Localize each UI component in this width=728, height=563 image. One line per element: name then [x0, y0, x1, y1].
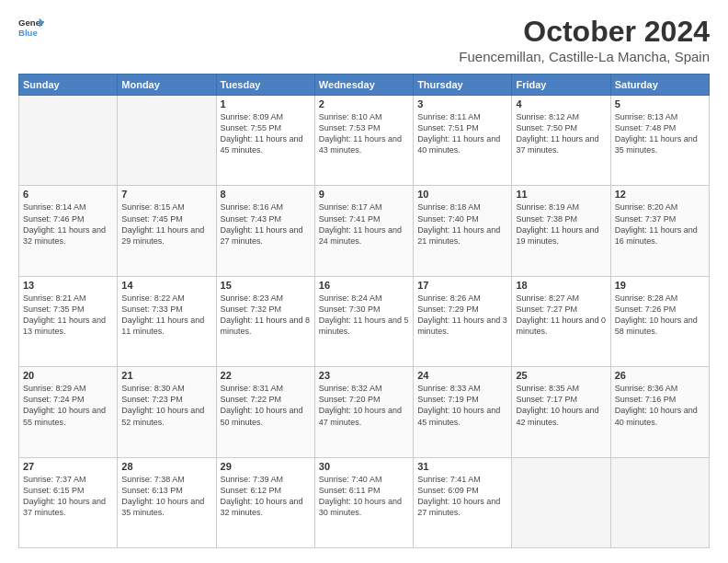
day-number: 3	[417, 98, 507, 109]
day-number: 26	[615, 370, 705, 381]
day-number: 19	[615, 280, 705, 291]
day-info: Sunrise: 8:27 AM Sunset: 7:27 PM Dayligh…	[516, 293, 606, 338]
day-number: 16	[319, 280, 409, 291]
day-info: Sunrise: 8:28 AM Sunset: 7:26 PM Dayligh…	[615, 293, 705, 338]
day-info: Sunrise: 8:17 AM Sunset: 7:41 PM Dayligh…	[319, 201, 409, 247]
day-info: Sunrise: 8:15 AM Sunset: 7:45 PM Dayligh…	[121, 201, 211, 247]
day-info: Sunrise: 8:10 AM Sunset: 7:53 PM Dayligh…	[319, 111, 409, 156]
day-info: Sunrise: 8:30 AM Sunset: 7:23 PM Dayligh…	[121, 383, 211, 428]
day-number: 9	[319, 189, 409, 200]
day-number: 18	[516, 280, 606, 291]
calendar-table: Sunday Monday Tuesday Wednesday Thursday…	[18, 74, 710, 548]
calendar-cell: 6Sunrise: 8:14 AM Sunset: 7:46 PM Daylig…	[19, 186, 118, 276]
col-friday: Friday	[512, 75, 610, 96]
calendar-cell	[512, 457, 610, 547]
day-info: Sunrise: 8:14 AM Sunset: 7:46 PM Dayligh…	[23, 201, 113, 247]
calendar-cell: 26Sunrise: 8:36 AM Sunset: 7:16 PM Dayli…	[610, 367, 709, 457]
calendar-cell	[19, 96, 118, 186]
day-info: Sunrise: 8:32 AM Sunset: 7:20 PM Dayligh…	[319, 383, 409, 428]
calendar-cell: 29Sunrise: 7:39 AM Sunset: 6:12 PM Dayli…	[216, 457, 314, 547]
col-saturday: Saturday	[610, 75, 709, 96]
calendar-cell	[610, 457, 709, 547]
calendar-cell: 14Sunrise: 8:22 AM Sunset: 7:33 PM Dayli…	[118, 276, 216, 366]
month-title: October 2024	[459, 15, 710, 49]
week-row-1: 1Sunrise: 8:09 AM Sunset: 7:55 PM Daylig…	[19, 96, 710, 186]
day-number: 8	[221, 189, 311, 200]
day-number: 29	[221, 461, 311, 472]
calendar-cell: 12Sunrise: 8:20 AM Sunset: 7:37 PM Dayli…	[610, 186, 709, 276]
day-number: 25	[516, 370, 606, 381]
day-number: 5	[615, 98, 705, 109]
day-info: Sunrise: 8:16 AM Sunset: 7:43 PM Dayligh…	[221, 201, 311, 247]
day-info: Sunrise: 8:26 AM Sunset: 7:29 PM Dayligh…	[417, 293, 507, 338]
col-thursday: Thursday	[414, 75, 512, 96]
week-row-5: 27Sunrise: 7:37 AM Sunset: 6:15 PM Dayli…	[19, 457, 710, 547]
day-number: 27	[23, 461, 113, 472]
calendar-cell: 30Sunrise: 7:40 AM Sunset: 6:11 PM Dayli…	[314, 457, 413, 547]
calendar-cell: 19Sunrise: 8:28 AM Sunset: 7:26 PM Dayli…	[610, 276, 709, 366]
day-number: 21	[121, 370, 211, 381]
day-info: Sunrise: 7:37 AM Sunset: 6:15 PM Dayligh…	[23, 474, 113, 519]
day-info: Sunrise: 8:23 AM Sunset: 7:32 PM Dayligh…	[221, 293, 311, 338]
week-row-4: 20Sunrise: 8:29 AM Sunset: 7:24 PM Dayli…	[19, 367, 710, 457]
logo: General Blue	[18, 15, 44, 40]
calendar-cell: 13Sunrise: 8:21 AM Sunset: 7:35 PM Dayli…	[19, 276, 118, 366]
day-number: 23	[319, 370, 409, 381]
week-row-2: 6Sunrise: 8:14 AM Sunset: 7:46 PM Daylig…	[19, 186, 710, 276]
day-number: 13	[23, 280, 113, 291]
calendar-cell: 21Sunrise: 8:30 AM Sunset: 7:23 PM Dayli…	[118, 367, 216, 457]
calendar-cell: 31Sunrise: 7:41 AM Sunset: 6:09 PM Dayli…	[414, 457, 512, 547]
day-info: Sunrise: 8:12 AM Sunset: 7:50 PM Dayligh…	[516, 111, 606, 156]
calendar-cell: 8Sunrise: 8:16 AM Sunset: 7:43 PM Daylig…	[216, 186, 314, 276]
day-info: Sunrise: 7:38 AM Sunset: 6:13 PM Dayligh…	[121, 474, 211, 519]
calendar-cell: 27Sunrise: 7:37 AM Sunset: 6:15 PM Dayli…	[19, 457, 118, 547]
calendar-cell: 24Sunrise: 8:33 AM Sunset: 7:19 PM Dayli…	[414, 367, 512, 457]
day-info: Sunrise: 8:21 AM Sunset: 7:35 PM Dayligh…	[23, 293, 113, 338]
day-number: 12	[615, 189, 705, 200]
day-number: 28	[121, 461, 211, 472]
day-number: 10	[417, 189, 507, 200]
week-row-3: 13Sunrise: 8:21 AM Sunset: 7:35 PM Dayli…	[19, 276, 710, 366]
calendar-cell: 18Sunrise: 8:27 AM Sunset: 7:27 PM Dayli…	[512, 276, 610, 366]
day-info: Sunrise: 8:24 AM Sunset: 7:30 PM Dayligh…	[319, 293, 409, 338]
day-info: Sunrise: 7:39 AM Sunset: 6:12 PM Dayligh…	[221, 474, 311, 519]
col-wednesday: Wednesday	[314, 75, 413, 96]
day-info: Sunrise: 7:41 AM Sunset: 6:09 PM Dayligh…	[417, 474, 507, 519]
day-number: 17	[417, 280, 507, 291]
day-info: Sunrise: 8:19 AM Sunset: 7:38 PM Dayligh…	[516, 201, 606, 247]
col-tuesday: Tuesday	[216, 75, 314, 96]
day-info: Sunrise: 8:33 AM Sunset: 7:19 PM Dayligh…	[417, 383, 507, 428]
calendar-cell: 11Sunrise: 8:19 AM Sunset: 7:38 PM Dayli…	[512, 186, 610, 276]
day-number: 30	[319, 461, 409, 472]
calendar-cell: 3Sunrise: 8:11 AM Sunset: 7:51 PM Daylig…	[414, 96, 512, 186]
day-number: 11	[516, 189, 606, 200]
calendar-cell: 2Sunrise: 8:10 AM Sunset: 7:53 PM Daylig…	[314, 96, 413, 186]
day-info: Sunrise: 7:40 AM Sunset: 6:11 PM Dayligh…	[319, 474, 409, 519]
calendar-header-row: Sunday Monday Tuesday Wednesday Thursday…	[19, 75, 710, 96]
calendar-cell: 15Sunrise: 8:23 AM Sunset: 7:32 PM Dayli…	[216, 276, 314, 366]
day-info: Sunrise: 8:35 AM Sunset: 7:17 PM Dayligh…	[516, 383, 606, 428]
day-info: Sunrise: 8:31 AM Sunset: 7:22 PM Dayligh…	[221, 383, 311, 428]
logo-icon: General Blue	[18, 15, 44, 40]
day-info: Sunrise: 8:29 AM Sunset: 7:24 PM Dayligh…	[23, 383, 113, 428]
day-number: 4	[516, 98, 606, 109]
location-title: Fuencemillan, Castille-La Mancha, Spain	[459, 49, 710, 64]
day-info: Sunrise: 8:36 AM Sunset: 7:16 PM Dayligh…	[615, 383, 705, 428]
day-info: Sunrise: 8:20 AM Sunset: 7:37 PM Dayligh…	[615, 201, 705, 247]
calendar-cell: 23Sunrise: 8:32 AM Sunset: 7:20 PM Dayli…	[314, 367, 413, 457]
title-block: October 2024 Fuencemillan, Castille-La M…	[459, 15, 710, 64]
calendar-cell: 20Sunrise: 8:29 AM Sunset: 7:24 PM Dayli…	[19, 367, 118, 457]
day-info: Sunrise: 8:13 AM Sunset: 7:48 PM Dayligh…	[615, 111, 705, 156]
calendar-cell: 7Sunrise: 8:15 AM Sunset: 7:45 PM Daylig…	[118, 186, 216, 276]
day-number: 31	[417, 461, 507, 472]
day-info: Sunrise: 8:18 AM Sunset: 7:40 PM Dayligh…	[417, 201, 507, 247]
calendar-cell: 1Sunrise: 8:09 AM Sunset: 7:55 PM Daylig…	[216, 96, 314, 186]
day-number: 7	[121, 189, 211, 200]
calendar-cell: 5Sunrise: 8:13 AM Sunset: 7:48 PM Daylig…	[610, 96, 709, 186]
calendar-cell: 22Sunrise: 8:31 AM Sunset: 7:22 PM Dayli…	[216, 367, 314, 457]
day-number: 15	[221, 280, 311, 291]
calendar-cell: 16Sunrise: 8:24 AM Sunset: 7:30 PM Dayli…	[314, 276, 413, 366]
calendar-cell: 28Sunrise: 7:38 AM Sunset: 6:13 PM Dayli…	[118, 457, 216, 547]
calendar-cell: 17Sunrise: 8:26 AM Sunset: 7:29 PM Dayli…	[414, 276, 512, 366]
calendar-cell	[118, 96, 216, 186]
